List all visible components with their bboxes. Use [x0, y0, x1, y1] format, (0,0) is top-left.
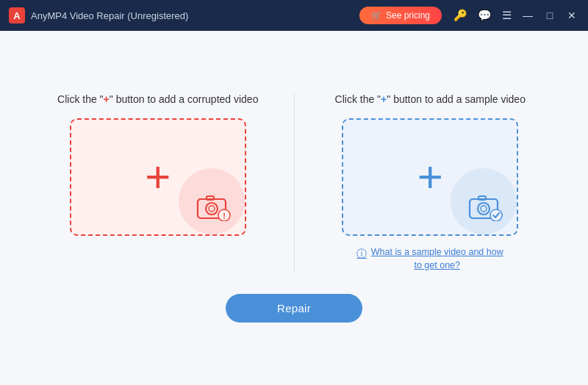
corrupted-video-panel: Click the "+" button to add a corrupted …: [29, 93, 287, 236]
main-content: Click the "+" button to add a corrupted …: [0, 31, 588, 385]
sample-help-link[interactable]: ⓘ What is a sample video and how to get …: [356, 246, 503, 272]
corrupted-camera-icon: !: [196, 192, 232, 221]
sample-help-text: What is a sample video and how to get on…: [370, 246, 503, 272]
svg-rect-5: [207, 196, 214, 200]
svg-rect-11: [478, 196, 486, 200]
corrupted-video-dropzone[interactable]: + !: [70, 118, 246, 236]
corrupted-add-icon: +: [145, 155, 171, 199]
sample-add-icon: +: [417, 155, 443, 199]
chat-icon[interactable]: 💬: [478, 9, 492, 22]
svg-text:!: !: [223, 212, 226, 220]
cart-icon: 🛒: [371, 10, 382, 21]
help-circle-icon: ⓘ: [356, 247, 367, 262]
sample-panel-title: Click the "+" button to add a sample vid…: [335, 93, 526, 105]
app-title: AnyMP4 Video Repair (Unregistered): [31, 10, 359, 21]
svg-point-3: [206, 203, 218, 215]
sample-video-dropzone[interactable]: +: [342, 118, 518, 236]
svg-point-12: [490, 209, 502, 221]
repair-button[interactable]: Repair: [226, 294, 362, 323]
panels-row: Click the "+" button to add a corrupted …: [29, 93, 559, 272]
panel-divider: [294, 93, 295, 272]
window-controls: — □ ✕: [520, 8, 579, 23]
maximize-button[interactable]: □: [542, 8, 557, 23]
svg-text:A: A: [13, 10, 21, 21]
svg-point-9: [478, 203, 490, 215]
app-logo: A: [9, 7, 25, 24]
repair-button-row: Repair: [226, 294, 362, 323]
key-icon[interactable]: 🔑: [453, 9, 467, 22]
titlebar: A AnyMP4 Video Repair (Unregistered) 🛒 S…: [0, 0, 588, 31]
svg-point-10: [481, 206, 487, 212]
menu-icon[interactable]: ☰: [502, 9, 512, 22]
toolbar-icons: 🔑 💬 ☰: [453, 9, 512, 22]
sample-camera-icon: [468, 192, 503, 221]
pricing-label: See pricing: [386, 10, 430, 21]
sample-video-panel: Click the "+" button to add a sample vid…: [302, 93, 559, 272]
corrupted-plus-symbol: +: [104, 93, 110, 105]
sample-plus-symbol: +: [381, 93, 387, 105]
see-pricing-button[interactable]: 🛒 See pricing: [359, 7, 442, 24]
close-button[interactable]: ✕: [564, 8, 579, 23]
minimize-button[interactable]: —: [520, 8, 535, 23]
corrupted-panel-title: Click the "+" button to add a corrupted …: [57, 93, 258, 105]
svg-point-4: [209, 206, 215, 212]
